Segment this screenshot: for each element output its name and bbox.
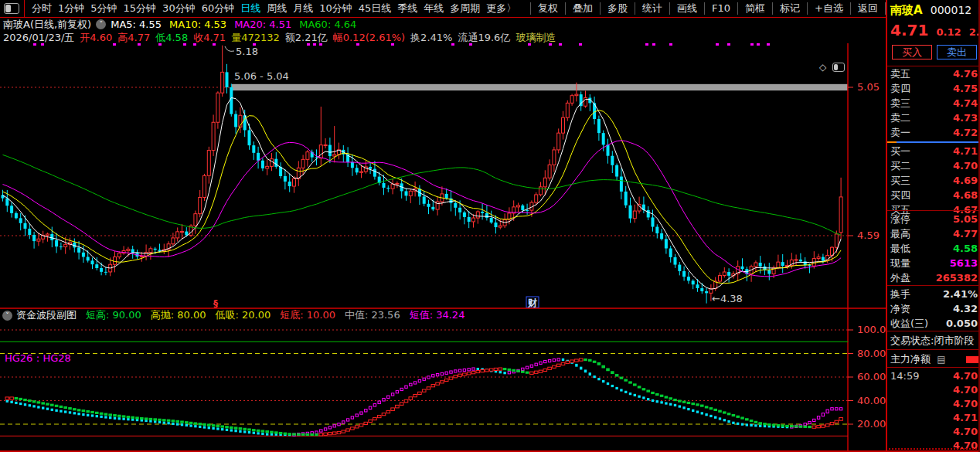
ask-row-label: 卖四 bbox=[890, 81, 910, 96]
tool-menu-item-5[interactable]: F10 bbox=[704, 2, 737, 15]
tool-menu-item-7[interactable]: 标记 bbox=[772, 2, 807, 15]
menu-item-14[interactable]: 更多〉 bbox=[483, 2, 519, 15]
menu-item-13[interactable]: 多周期 bbox=[447, 2, 483, 15]
ma-value-1: MA10: 4.53 bbox=[169, 19, 226, 30]
tool-menu-item-1[interactable]: 叠加 bbox=[565, 2, 600, 15]
tool-menu-item-9[interactable]: 返回 bbox=[850, 2, 886, 15]
ask-row-3[interactable]: 卖二4.73 bbox=[887, 110, 980, 125]
tool-menu-item-0[interactable]: 复权 bbox=[530, 2, 565, 15]
stat-row-label: 现量 bbox=[890, 256, 910, 270]
sub-indicator-header: ˅ 资金波段副图 短高: 90.00高抛: 80.00低吸: 20.00短底: … bbox=[2, 310, 464, 321]
stat-row-value: 5613 bbox=[950, 256, 978, 270]
menu-item-3[interactable]: 15分钟 bbox=[121, 2, 160, 15]
diamond-icon[interactable]: ◇ bbox=[819, 62, 826, 73]
tool-menu-item-2[interactable]: 多股 bbox=[600, 2, 635, 15]
buy-button[interactable]: 买入 bbox=[892, 45, 932, 59]
stat-row-4: 外盘265382 bbox=[887, 270, 980, 285]
price-axis-label: 5.05 bbox=[857, 81, 880, 93]
window-layout-icon-fill bbox=[5, 5, 11, 12]
stat-row-value: 4.77 bbox=[953, 226, 978, 241]
menu-item-9[interactable]: 10分钟 bbox=[316, 2, 356, 15]
chevron-down-icon[interactable]: ˅ bbox=[96, 19, 106, 29]
sell-button[interactable]: 卖出 bbox=[937, 45, 977, 59]
ask-row-0[interactable]: 卖五4.76 bbox=[887, 66, 980, 81]
stat-row-label: 最高 bbox=[890, 226, 910, 241]
window-layout-icon[interactable] bbox=[4, 3, 19, 14]
ohlc-seg-4: 收4.71 bbox=[193, 31, 226, 42]
menu-item-10[interactable]: 45日线 bbox=[356, 2, 395, 15]
ma-value-2: MA20: 4.51 bbox=[234, 19, 291, 30]
tools-menu: 复权叠加多股统计画线F10简框标记+自选返回 bbox=[530, 0, 886, 17]
menu-item-5[interactable]: 60分钟 bbox=[199, 2, 238, 15]
stat-row-label: 最低 bbox=[890, 241, 910, 256]
last-price: 4.71 bbox=[890, 21, 928, 39]
tool-menu-item-8[interactable]: +自选 bbox=[807, 2, 850, 15]
ask-row-label: 卖二 bbox=[890, 110, 910, 125]
menu-item-4[interactable]: 30分钟 bbox=[159, 2, 199, 15]
ohlc-seg-8: 换2.41% bbox=[410, 31, 452, 42]
ask-row-1[interactable]: 卖四4.75 bbox=[887, 81, 980, 96]
pane-layout-icon[interactable] bbox=[832, 63, 845, 72]
chart-layer[interactable]: 5.185.06 - 5.04←4.38§财5.054.59100.080.00… bbox=[0, 0, 886, 452]
list-icon[interactable]: ▤ bbox=[937, 354, 945, 365]
bid-row-value: 4.70 bbox=[953, 158, 978, 173]
stat2-row-1: 净资4.32 bbox=[887, 301, 980, 316]
quote-header: 南玻A 000012 L bbox=[890, 3, 980, 18]
ask-row-2[interactable]: 卖三4.74 bbox=[887, 96, 980, 110]
bid-row-1[interactable]: 买二4.70 bbox=[887, 158, 980, 173]
panel-divider bbox=[887, 367, 980, 368]
tick-price: 4.70 bbox=[953, 369, 978, 383]
sub-param-5: 短值: 34.24 bbox=[410, 308, 465, 322]
ohlc-seg-9: 流通19.6亿 bbox=[458, 31, 510, 42]
main-flow-label: 主力净额 bbox=[890, 353, 931, 365]
chart-marker: § bbox=[213, 298, 218, 309]
menu-item-2[interactable]: 5分钟 bbox=[87, 2, 120, 15]
menu-item-7[interactable]: 周线 bbox=[264, 2, 290, 15]
toolbar-separator bbox=[24, 0, 25, 17]
price-level-marker bbox=[887, 141, 897, 143]
chart-marker: 财 bbox=[527, 297, 537, 308]
tool-menu-item-4[interactable]: 画线 bbox=[669, 2, 704, 15]
sub-indicator-params: 短高: 90.00高抛: 80.00低吸: 20.00短底: 10.00中值: … bbox=[77, 308, 464, 322]
bid-row-value: 4.69 bbox=[953, 173, 978, 188]
tick-row-4: 4.70 bbox=[887, 424, 980, 439]
bid-row-0[interactable]: 买一4.71 bbox=[887, 144, 980, 158]
tool-menu-item-3[interactable]: 统计 bbox=[635, 2, 669, 15]
menu-item-11[interactable]: 季线 bbox=[394, 2, 420, 15]
stat2-row-0: 换手2.41% bbox=[887, 287, 980, 301]
ma-values: MA5: 4.55MA10: 4.53MA20: 4.51MA60: 4.64 bbox=[111, 19, 364, 30]
quote-price-row: 4.71 0.12 2.61% bbox=[890, 21, 980, 39]
ask-row-label: 卖三 bbox=[890, 96, 910, 110]
ohlc-seg-7: 幅0.12(2.61%) bbox=[333, 31, 405, 42]
ask-row-4[interactable]: 卖一4.72 bbox=[887, 125, 980, 140]
sub-indicator-title: 资金波段副图 bbox=[16, 308, 77, 322]
sub-param-2: 低吸: 20.00 bbox=[215, 308, 271, 322]
tick-row-1: 4.70 bbox=[887, 382, 980, 397]
bid-row-3[interactable]: 买四4.68 bbox=[887, 188, 980, 202]
bid-row-2[interactable]: 买三4.69 bbox=[887, 173, 980, 188]
tick-row-2: 4.70 bbox=[887, 396, 980, 411]
chart-title-line: 南玻A(日线,前复权) ˅ MA5: 4.55MA10: 4.53MA20: 4… bbox=[3, 19, 364, 30]
bid-row-label: 买二 bbox=[890, 158, 910, 173]
menu-item-12[interactable]: 年线 bbox=[420, 2, 447, 15]
stat-row-value: 265382 bbox=[936, 270, 978, 285]
tool-menu-item-6[interactable]: 简框 bbox=[737, 2, 772, 15]
ask-row-value: 4.73 bbox=[953, 110, 978, 125]
sub-axis-label: 100.0 bbox=[857, 324, 886, 335]
tick-row-0: 14:594.70 bbox=[887, 369, 980, 383]
menu-item-0[interactable]: 分时 bbox=[29, 2, 55, 15]
stat-row-0: 涨停5.05 bbox=[887, 212, 980, 226]
menu-item-8[interactable]: 月线 bbox=[290, 2, 316, 15]
chart-title: 南玻A(日线,前复权) bbox=[3, 18, 91, 32]
ohlc-seg-10: 玻璃制造 bbox=[516, 31, 556, 42]
tick-price: 4.71 bbox=[953, 410, 978, 425]
menu-item-1[interactable]: 1分钟 bbox=[55, 2, 87, 15]
menu-item-6[interactable]: 日线 bbox=[237, 2, 264, 15]
trading-terminal: 5.185.06 - 5.04←4.38§财5.054.59100.080.00… bbox=[0, 0, 980, 452]
period-menu: 分时1分钟5分钟15分钟30分钟60分钟日线周线月线10分钟45日线季线年线多周… bbox=[29, 2, 519, 15]
ohlc-seg-2: 高4.77 bbox=[117, 31, 150, 42]
panel-divider bbox=[887, 210, 980, 211]
stat-row-2: 最低4.58 bbox=[887, 241, 980, 256]
chevron-circle-icon[interactable]: ˅ bbox=[2, 311, 12, 321]
ask-row-value: 4.72 bbox=[953, 125, 978, 140]
